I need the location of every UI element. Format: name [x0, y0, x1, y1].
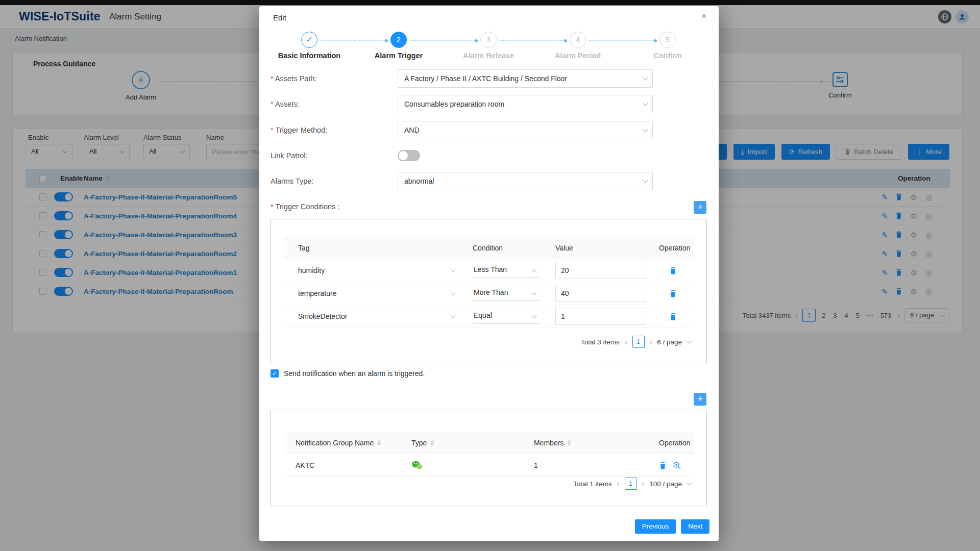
- wechat-icon: [401, 454, 529, 477]
- next-button[interactable]: Next: [681, 519, 709, 534]
- chevron-down-icon: [643, 101, 648, 106]
- groups-pagination: Total 1 items ‹ 1 › 100 / page: [573, 478, 691, 490]
- condition-row: SmokeDetector Equal: [284, 305, 694, 328]
- page-size-select[interactable]: 6 / page: [657, 338, 691, 346]
- condition-row: temperature More Than: [284, 282, 694, 305]
- link-patrol-toggle[interactable]: [398, 150, 420, 161]
- add-notification-group-button[interactable]: +: [694, 393, 706, 406]
- send-notification-label: Send notification when an alarm is trigg…: [284, 369, 425, 378]
- prev-page-icon[interactable]: ‹: [617, 480, 620, 488]
- value-input[interactable]: [555, 285, 646, 302]
- chevron-down-icon: [451, 267, 456, 272]
- send-notification-checkbox[interactable]: ✓: [271, 369, 279, 378]
- delete-condition-icon[interactable]: [651, 259, 694, 282]
- modal-footer: Previous Next: [635, 519, 709, 534]
- delete-condition-icon[interactable]: [651, 305, 694, 328]
- alarms-type-label: Alarms Type:: [271, 172, 313, 190]
- pagination-total: Total 1 items: [573, 480, 612, 488]
- chevron-down-icon: [687, 339, 692, 344]
- chevron-down-icon: [532, 290, 537, 295]
- tag-select[interactable]: humidity: [284, 259, 468, 282]
- chevron-down-icon: [687, 481, 692, 486]
- assets-label: Assets:: [271, 95, 299, 113]
- step-alarm-trigger[interactable]: 2 Alarm Trigger: [353, 32, 445, 60]
- trigger-conditions-panel: Tag Condition Value Operation humidity L…: [270, 219, 707, 364]
- page-button-current[interactable]: 1: [632, 336, 645, 348]
- tag-select[interactable]: temperature: [284, 282, 468, 305]
- condition-select[interactable]: Equal: [473, 309, 540, 324]
- chevron-down-icon: [643, 178, 648, 183]
- group-row: AKTC 1: [284, 454, 694, 477]
- group-name: AKTC: [284, 454, 401, 477]
- next-page-icon[interactable]: ›: [642, 480, 645, 488]
- link-patrol-label: Link Patrol:: [271, 146, 308, 165]
- members-column-header: Members: [534, 439, 564, 447]
- value-column-header: Value: [549, 237, 651, 259]
- trigger-method-label: Trigger Method:: [271, 121, 327, 139]
- tag-select[interactable]: SmokeDetector: [284, 305, 468, 328]
- previous-button[interactable]: Previous: [635, 519, 676, 534]
- operation-column-header: Operation: [651, 237, 694, 259]
- notify-checkbox-row: ✓ Send notification when an alarm is tri…: [271, 369, 425, 378]
- groups-table-header: Notification Group Name Type Members Ope…: [284, 432, 694, 454]
- conditions-table-header: Tag Condition Value Operation: [284, 237, 694, 259]
- step-alarm-release[interactable]: 3 Alarm Release: [443, 32, 534, 60]
- assets-path-select[interactable]: A Factory / Phase II / AKTC Building / S…: [398, 69, 653, 88]
- screen: WISE-IoTSuite Alarm Setting Alarm Notifi…: [0, 0, 980, 551]
- notification-groups-panel: Notification Group Name Type Members Ope…: [270, 410, 707, 507]
- conditions-pagination: Total 3 items ‹ 1 › 6 / page: [581, 336, 691, 348]
- edit-modal: Edit × ✓ Basic Information 2 Alarm Trigg…: [259, 6, 719, 541]
- delete-condition-icon[interactable]: [651, 282, 694, 305]
- add-condition-button[interactable]: +: [694, 201, 706, 214]
- close-icon[interactable]: ×: [697, 10, 710, 22]
- chevron-down-icon: [532, 313, 537, 318]
- chevron-down-icon: [643, 127, 648, 132]
- step-confirm[interactable]: 5 Confirm: [622, 32, 714, 60]
- modal-title: Edit: [273, 13, 286, 22]
- chevron-down-icon: [643, 76, 648, 81]
- type-column-header: Type: [411, 439, 427, 447]
- view-group-icon[interactable]: [673, 462, 681, 469]
- assets-select[interactable]: Consumables preparation room: [398, 95, 653, 113]
- condition-column-header: Condition: [468, 237, 549, 259]
- page-button-current[interactable]: 1: [625, 478, 637, 490]
- tag-column-header: Tag: [284, 237, 468, 259]
- sort-icon[interactable]: [377, 440, 381, 445]
- trigger-method-select[interactable]: AND: [398, 121, 653, 139]
- group-name-column-header: Notification Group Name: [296, 439, 374, 447]
- group-members: 1: [529, 454, 641, 477]
- step-done-check-icon: ✓: [301, 32, 317, 48]
- delete-group-icon[interactable]: [659, 462, 666, 469]
- chevron-down-icon: [451, 313, 456, 318]
- page-size-select[interactable]: 100 / page: [649, 480, 691, 488]
- sort-icon[interactable]: [430, 440, 434, 445]
- pagination-total: Total 3 items: [581, 338, 620, 346]
- sort-icon[interactable]: [567, 440, 571, 445]
- step-basic-information[interactable]: ✓ Basic Information: [263, 32, 355, 60]
- next-page-icon[interactable]: ›: [650, 338, 652, 346]
- alarms-type-select[interactable]: abnormal: [398, 172, 653, 190]
- value-input[interactable]: [555, 308, 646, 325]
- prev-page-icon[interactable]: ‹: [625, 338, 627, 346]
- operation-column-header: Operation: [641, 432, 694, 454]
- condition-row: humidity Less Than: [284, 259, 694, 282]
- value-input[interactable]: [555, 262, 646, 279]
- condition-select[interactable]: Less Than: [473, 263, 540, 278]
- chevron-down-icon: [532, 267, 537, 272]
- trigger-conditions-label: Trigger Conditions :: [271, 197, 339, 216]
- condition-select[interactable]: More Than: [473, 286, 540, 301]
- assets-path-label: Assets Path:: [271, 69, 316, 88]
- step-alarm-period[interactable]: 4 Alarm Period: [532, 32, 624, 60]
- chevron-down-icon: [451, 290, 456, 295]
